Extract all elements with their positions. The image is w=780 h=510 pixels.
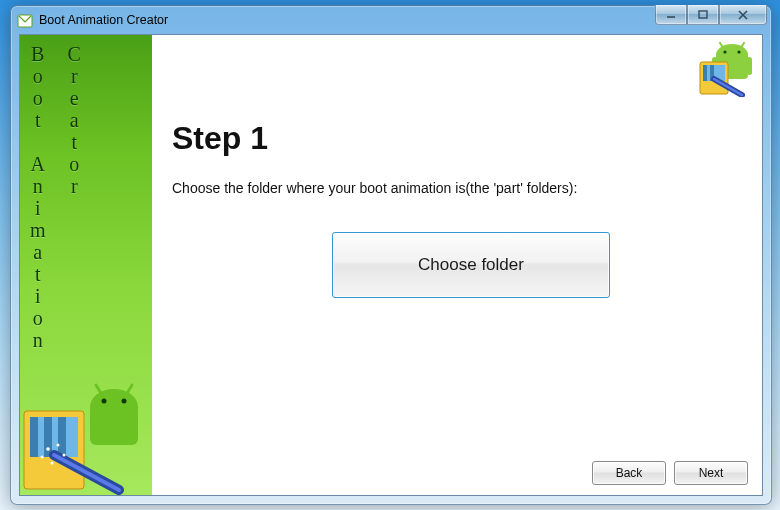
svg-rect-6 — [90, 405, 138, 445]
svg-point-16 — [46, 447, 50, 451]
nav-buttons: Back Next — [592, 461, 748, 485]
svg-rect-13 — [30, 417, 38, 457]
choose-folder-button[interactable]: Choose folder — [332, 232, 610, 298]
app-window: Boot Animation Creator BootAnimation Cre… — [10, 5, 772, 505]
sidebar-logo — [20, 375, 152, 495]
app-icon — [17, 12, 33, 28]
svg-rect-31 — [703, 65, 707, 81]
svg-point-20 — [51, 462, 54, 465]
svg-point-19 — [63, 454, 66, 457]
back-button[interactable]: Back — [592, 461, 666, 485]
step-title: Step 1 — [172, 120, 268, 157]
corner-logo — [698, 41, 754, 101]
titlebar[interactable]: Boot Animation Creator — [11, 6, 771, 34]
svg-point-25 — [723, 50, 726, 53]
svg-point-26 — [737, 50, 740, 53]
svg-rect-24 — [747, 57, 752, 75]
svg-rect-15 — [58, 417, 66, 457]
sidebar: BootAnimation Creator — [20, 35, 152, 495]
svg-point-8 — [122, 399, 127, 404]
svg-rect-14 — [44, 417, 52, 457]
svg-point-17 — [57, 444, 60, 447]
next-button[interactable]: Next — [674, 461, 748, 485]
step-instruction: Choose the folder where your boot animat… — [172, 180, 577, 196]
sidebar-title: BootAnimation Creator — [30, 43, 81, 351]
window-title: Boot Animation Creator — [39, 13, 168, 27]
maximize-button[interactable] — [687, 5, 719, 25]
svg-point-7 — [102, 399, 107, 404]
sidebar-col-2: Creator — [68, 43, 81, 351]
close-button[interactable] — [719, 5, 767, 25]
sidebar-col-1: BootAnimation — [30, 43, 46, 351]
minimize-button[interactable] — [655, 5, 687, 25]
main-panel: Step 1 Choose the folder where your boot… — [152, 35, 762, 495]
svg-point-18 — [41, 456, 44, 459]
client-area: BootAnimation Creator — [19, 34, 763, 496]
window-controls — [655, 5, 767, 25]
svg-rect-2 — [699, 11, 707, 18]
